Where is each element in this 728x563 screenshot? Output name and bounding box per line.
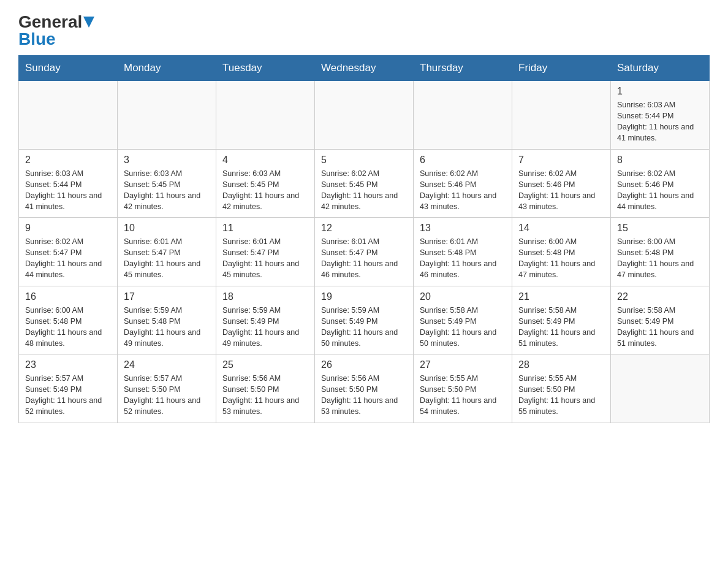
day-info: Sunrise: 5:59 AMSunset: 5:49 PMDaylight:… (222, 305, 308, 350)
day-number: 9 (25, 223, 111, 234)
calendar-day-cell: 6Sunrise: 6:02 AMSunset: 5:46 PMDaylight… (414, 149, 512, 218)
calendar-header-row: SundayMondayTuesdayWednesdayThursdayFrid… (19, 56, 710, 81)
calendar-day-cell: 14Sunrise: 6:00 AMSunset: 5:48 PMDayligh… (512, 218, 611, 286)
day-info: Sunrise: 6:02 AMSunset: 5:46 PMDaylight:… (420, 168, 506, 213)
calendar-day-cell: 17Sunrise: 5:59 AMSunset: 5:48 PMDayligh… (118, 286, 216, 354)
calendar-day-cell: 4Sunrise: 6:03 AMSunset: 5:45 PMDaylight… (216, 149, 315, 218)
day-info: Sunrise: 6:01 AMSunset: 5:47 PMDaylight:… (222, 236, 308, 281)
calendar-week-row: 2Sunrise: 6:03 AMSunset: 5:44 PMDaylight… (19, 149, 710, 218)
calendar-day-cell: 27Sunrise: 5:55 AMSunset: 5:50 PMDayligh… (414, 354, 512, 423)
calendar-day-cell: 2Sunrise: 6:03 AMSunset: 5:44 PMDaylight… (19, 149, 118, 218)
day-number: 23 (25, 359, 111, 370)
calendar-day-cell: 24Sunrise: 5:57 AMSunset: 5:50 PMDayligh… (118, 354, 216, 423)
day-number: 26 (321, 359, 407, 370)
day-number: 10 (124, 223, 210, 234)
calendar-day-cell: 10Sunrise: 6:01 AMSunset: 5:47 PMDayligh… (118, 218, 216, 286)
day-number: 28 (518, 359, 604, 370)
day-info: Sunrise: 6:02 AMSunset: 5:47 PMDaylight:… (25, 236, 111, 281)
day-info: Sunrise: 6:02 AMSunset: 5:46 PMDaylight:… (617, 168, 703, 213)
column-header-thursday: Thursday (414, 56, 512, 81)
calendar-day-cell (611, 354, 710, 423)
logo-blue-text: Blue (18, 29, 56, 48)
day-number: 3 (124, 155, 210, 166)
calendar-week-row: 9Sunrise: 6:02 AMSunset: 5:47 PMDaylight… (19, 218, 710, 286)
day-info: Sunrise: 5:56 AMSunset: 5:50 PMDaylight:… (321, 373, 407, 418)
day-number: 25 (222, 359, 308, 370)
day-info: Sunrise: 5:57 AMSunset: 5:50 PMDaylight:… (124, 373, 210, 418)
calendar-day-cell (118, 81, 216, 150)
logo: General Blue (18, 12, 94, 49)
calendar-day-cell: 16Sunrise: 6:00 AMSunset: 5:48 PMDayligh… (19, 286, 118, 354)
calendar-day-cell (414, 81, 512, 150)
day-info: Sunrise: 6:02 AMSunset: 5:46 PMDaylight:… (518, 168, 604, 213)
calendar-day-cell: 21Sunrise: 5:58 AMSunset: 5:49 PMDayligh… (512, 286, 611, 354)
day-number: 27 (420, 359, 506, 370)
page-header: General Blue (18, 12, 710, 49)
day-info: Sunrise: 6:03 AMSunset: 5:45 PMDaylight:… (222, 168, 308, 213)
calendar-day-cell (315, 81, 414, 150)
calendar-week-row: 23Sunrise: 5:57 AMSunset: 5:49 PMDayligh… (19, 354, 710, 423)
day-number: 19 (321, 291, 407, 302)
column-header-sunday: Sunday (19, 56, 118, 81)
calendar-week-row: 1Sunrise: 6:03 AMSunset: 5:44 PMDaylight… (19, 81, 710, 150)
day-number: 22 (617, 291, 703, 302)
day-number: 12 (321, 223, 407, 234)
day-number: 15 (617, 223, 703, 234)
calendar-day-cell: 9Sunrise: 6:02 AMSunset: 5:47 PMDaylight… (19, 218, 118, 286)
calendar-day-cell: 25Sunrise: 5:56 AMSunset: 5:50 PMDayligh… (216, 354, 315, 423)
calendar-day-cell: 13Sunrise: 6:01 AMSunset: 5:48 PMDayligh… (414, 218, 512, 286)
day-info: Sunrise: 5:57 AMSunset: 5:49 PMDaylight:… (25, 373, 111, 418)
column-header-saturday: Saturday (611, 56, 710, 81)
calendar-day-cell: 8Sunrise: 6:02 AMSunset: 5:46 PMDaylight… (611, 149, 710, 218)
calendar-day-cell: 19Sunrise: 5:59 AMSunset: 5:49 PMDayligh… (315, 286, 414, 354)
day-number: 8 (617, 155, 703, 166)
calendar-day-cell: 20Sunrise: 5:58 AMSunset: 5:49 PMDayligh… (414, 286, 512, 354)
day-info: Sunrise: 6:00 AMSunset: 5:48 PMDaylight:… (518, 236, 604, 281)
day-number: 13 (420, 223, 506, 234)
column-header-monday: Monday (118, 56, 216, 81)
calendar-day-cell: 3Sunrise: 6:03 AMSunset: 5:45 PMDaylight… (118, 149, 216, 218)
calendar-day-cell (216, 81, 315, 150)
day-info: Sunrise: 5:59 AMSunset: 5:48 PMDaylight:… (124, 305, 210, 350)
day-info: Sunrise: 6:01 AMSunset: 5:48 PMDaylight:… (420, 236, 506, 281)
day-info: Sunrise: 5:55 AMSunset: 5:50 PMDaylight:… (420, 373, 506, 418)
day-info: Sunrise: 6:03 AMSunset: 5:44 PMDaylight:… (25, 168, 111, 213)
day-number: 24 (124, 359, 210, 370)
svg-marker-0 (83, 17, 94, 28)
calendar-day-cell: 23Sunrise: 5:57 AMSunset: 5:49 PMDayligh… (19, 354, 118, 423)
column-header-wednesday: Wednesday (315, 56, 414, 81)
day-number: 17 (124, 291, 210, 302)
day-number: 21 (518, 291, 604, 302)
day-number: 20 (420, 291, 506, 302)
day-number: 1 (617, 86, 703, 97)
day-info: Sunrise: 6:03 AMSunset: 5:45 PMDaylight:… (124, 168, 210, 213)
day-number: 2 (25, 155, 111, 166)
calendar-day-cell (19, 81, 118, 150)
calendar-day-cell: 12Sunrise: 6:01 AMSunset: 5:47 PMDayligh… (315, 218, 414, 286)
calendar-day-cell: 5Sunrise: 6:02 AMSunset: 5:45 PMDaylight… (315, 149, 414, 218)
day-number: 6 (420, 155, 506, 166)
day-number: 16 (25, 291, 111, 302)
day-info: Sunrise: 5:56 AMSunset: 5:50 PMDaylight:… (222, 373, 308, 418)
column-header-tuesday: Tuesday (216, 56, 315, 81)
day-info: Sunrise: 5:58 AMSunset: 5:49 PMDaylight:… (420, 305, 506, 350)
day-number: 5 (321, 155, 407, 166)
calendar-table: SundayMondayTuesdayWednesdayThursdayFrid… (18, 55, 710, 423)
day-number: 7 (518, 155, 604, 166)
column-header-friday: Friday (512, 56, 611, 81)
day-info: Sunrise: 6:02 AMSunset: 5:45 PMDaylight:… (321, 168, 407, 213)
logo-triangle-icon (83, 12, 94, 32)
day-info: Sunrise: 6:01 AMSunset: 5:47 PMDaylight:… (321, 236, 407, 281)
calendar-day-cell: 1Sunrise: 6:03 AMSunset: 5:44 PMDaylight… (611, 81, 710, 150)
day-info: Sunrise: 5:59 AMSunset: 5:49 PMDaylight:… (321, 305, 407, 350)
calendar-day-cell: 26Sunrise: 5:56 AMSunset: 5:50 PMDayligh… (315, 354, 414, 423)
day-info: Sunrise: 5:55 AMSunset: 5:50 PMDaylight:… (518, 373, 604, 418)
calendar-day-cell (512, 81, 611, 150)
day-info: Sunrise: 6:00 AMSunset: 5:48 PMDaylight:… (25, 305, 111, 350)
day-number: 18 (222, 291, 308, 302)
calendar-day-cell: 18Sunrise: 5:59 AMSunset: 5:49 PMDayligh… (216, 286, 315, 354)
day-info: Sunrise: 6:00 AMSunset: 5:48 PMDaylight:… (617, 236, 703, 281)
day-info: Sunrise: 5:58 AMSunset: 5:49 PMDaylight:… (518, 305, 604, 350)
calendar-day-cell: 22Sunrise: 5:58 AMSunset: 5:49 PMDayligh… (611, 286, 710, 354)
calendar-day-cell: 7Sunrise: 6:02 AMSunset: 5:46 PMDaylight… (512, 149, 611, 218)
